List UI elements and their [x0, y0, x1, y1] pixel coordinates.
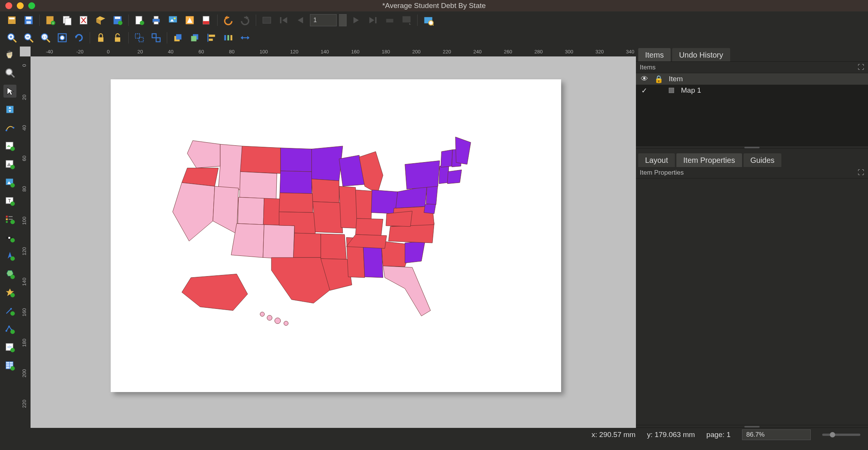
- export-svg-button[interactable]: [182, 13, 197, 27]
- group-button[interactable]: [132, 31, 147, 45]
- layout-page[interactable]: [111, 79, 561, 392]
- svg-point-109: [10, 293, 15, 297]
- lock-items-button[interactable]: [94, 31, 108, 45]
- atlas-toggle-button[interactable]: [260, 13, 274, 27]
- add-nodes-tool[interactable]: [3, 323, 16, 336]
- panel-expand-icon[interactable]: ⛶: [858, 169, 864, 177]
- panel-expand-icon[interactable]: ⛶: [858, 64, 864, 71]
- select-tool[interactable]: [3, 85, 16, 98]
- close-window-icon[interactable]: [5, 2, 12, 9]
- unlock-items-button[interactable]: [110, 31, 125, 45]
- pan-tool[interactable]: [3, 48, 16, 61]
- zoom-value: 86.7%: [746, 431, 765, 439]
- zoom-selector[interactable]: 86.7%: [742, 429, 811, 440]
- atlas-print-button[interactable]: [382, 13, 397, 27]
- add-map-tool[interactable]: [3, 140, 16, 153]
- add-arrow-tool[interactable]: [3, 304, 16, 317]
- atlas-prev-button[interactable]: [293, 13, 308, 27]
- minimize-window-icon[interactable]: [17, 2, 24, 9]
- svg-rect-20: [154, 22, 158, 24]
- svg-rect-60: [152, 34, 156, 38]
- save-project-button[interactable]: [110, 13, 125, 27]
- tab-layout[interactable]: Layout: [638, 153, 675, 167]
- delete-layout-button[interactable]: [77, 13, 91, 27]
- svg-rect-19: [154, 16, 158, 19]
- panel-splitter[interactable]: [636, 146, 868, 149]
- zoom-out-button[interactable]: [21, 31, 36, 45]
- right-panel: Items Undo History Items ⛶ 👁 🔒 Item ✓ Ma…: [636, 47, 868, 428]
- tab-item-properties[interactable]: Item Properties: [676, 153, 742, 167]
- atlas-first-button[interactable]: [276, 13, 291, 27]
- add-attribute-table-tool[interactable]: [3, 359, 16, 372]
- add-marker-tool[interactable]: [3, 286, 16, 299]
- tab-undo-history[interactable]: Undo History: [672, 48, 730, 61]
- map-item[interactable]: [149, 131, 500, 337]
- undo-button[interactable]: [221, 13, 236, 27]
- lower-button[interactable]: [187, 31, 202, 45]
- canvas-area[interactable]: -40 -20 0 20 40 60 80 100 120 140 160 18…: [20, 47, 636, 428]
- layout-button[interactable]: [5, 13, 19, 27]
- svg-marker-74: [247, 36, 250, 39]
- add-shape-tool[interactable]: [3, 268, 16, 281]
- svg-rect-95: [6, 219, 8, 220]
- save-button[interactable]: [21, 13, 36, 27]
- resize-button[interactable]: [238, 31, 252, 45]
- ruler-tick: 60: [198, 49, 204, 55]
- atlas-export-image-button[interactable]: [399, 13, 414, 27]
- new-layout-button[interactable]: +: [43, 13, 58, 27]
- add-3dmap-tool[interactable]: [3, 158, 16, 171]
- add-label-tool[interactable]: T: [3, 194, 16, 207]
- svg-point-54: [60, 35, 65, 40]
- move-item-tool[interactable]: [3, 103, 16, 116]
- atlas-next-button[interactable]: [349, 13, 363, 27]
- svg-line-48: [30, 39, 33, 42]
- atlas-settings-button[interactable]: [421, 13, 436, 27]
- svg-rect-1: [9, 18, 15, 19]
- align-left-button[interactable]: [204, 31, 219, 45]
- zoom-in-button[interactable]: [5, 31, 19, 45]
- svg-rect-100: [6, 237, 8, 239]
- export-image-button[interactable]: [166, 13, 180, 27]
- add-scalebar-tool[interactable]: [3, 231, 16, 244]
- add-html-tool[interactable]: </>: [3, 341, 16, 354]
- svg-point-90: [10, 183, 15, 188]
- print-button[interactable]: [149, 13, 163, 27]
- edit-nodes-tool[interactable]: [3, 121, 16, 134]
- ruler-tick: 140: [321, 49, 329, 55]
- ungroup-button[interactable]: [149, 31, 163, 45]
- maximize-window-icon[interactable]: [28, 2, 35, 9]
- ruler-tick: 140: [21, 278, 27, 286]
- zoom-tool[interactable]: [3, 66, 16, 79]
- items-list-row[interactable]: ✓ Map 1: [636, 85, 868, 96]
- add-legend-tool[interactable]: [3, 213, 16, 226]
- svg-rect-65: [191, 36, 197, 41]
- add-north-arrow-tool[interactable]: [3, 249, 16, 262]
- distribute-button[interactable]: [221, 31, 236, 45]
- tab-guides[interactable]: Guides: [744, 153, 781, 167]
- svg-point-124: [10, 366, 15, 371]
- raise-button[interactable]: [171, 31, 185, 45]
- zoom-full-button[interactable]: [55, 31, 69, 45]
- svg-rect-37: [386, 19, 394, 22]
- refresh-button[interactable]: [72, 31, 86, 45]
- page-viewport[interactable]: [31, 56, 636, 428]
- page-dropdown-icon[interactable]: [339, 14, 347, 26]
- tab-items[interactable]: Items: [638, 48, 671, 61]
- page-number-input[interactable]: [310, 14, 337, 26]
- atlas-last-button[interactable]: [366, 13, 380, 27]
- ruler-tick: 320: [595, 49, 604, 55]
- zoom-100-button[interactable]: 1:1: [38, 31, 53, 45]
- redo-button[interactable]: [238, 13, 252, 27]
- statusbar: x: 290.57 mm y: 179.063 mm page: 1 86.7%: [0, 428, 868, 442]
- panel-splitter-bottom[interactable]: [636, 425, 868, 428]
- side-toolbox: T </>: [0, 47, 20, 428]
- add-picture-tool[interactable]: [3, 176, 16, 189]
- add-items-button[interactable]: [132, 13, 147, 27]
- duplicate-layout-button[interactable]: [60, 13, 74, 27]
- zoom-slider[interactable]: [822, 434, 860, 436]
- svg-rect-70: [227, 35, 229, 40]
- item-visibility-check[interactable]: ✓: [640, 86, 649, 95]
- export-pdf-button[interactable]: [199, 13, 214, 27]
- layout-manager-button[interactable]: [94, 13, 108, 27]
- svg-marker-34: [353, 17, 359, 23]
